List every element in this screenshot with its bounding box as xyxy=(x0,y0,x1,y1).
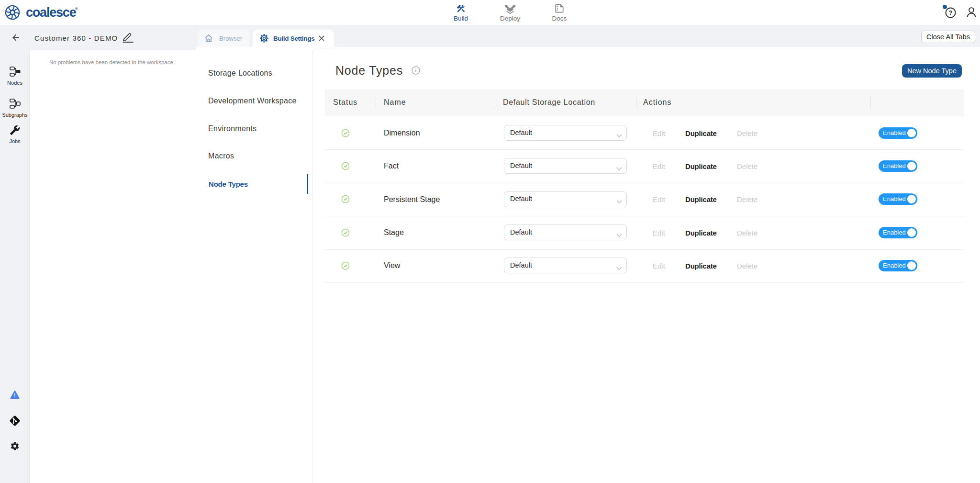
svg-text:?: ? xyxy=(949,9,953,16)
